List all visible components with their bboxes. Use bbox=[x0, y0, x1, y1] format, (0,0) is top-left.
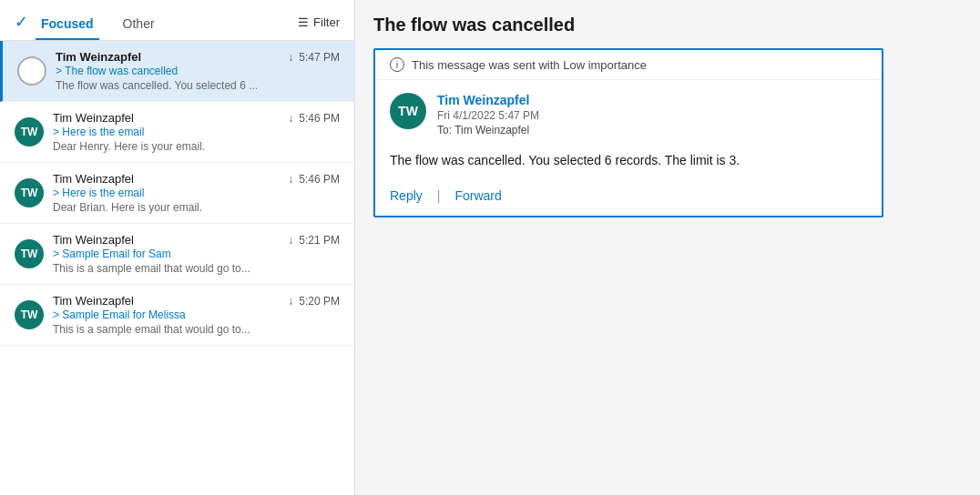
sender-name-4: Tim Weinzapfel bbox=[53, 233, 134, 247]
email-list-panel: ✓ Focused Other ☰ Filter Tim Weinzapfel … bbox=[0, 0, 355, 495]
email-item-3[interactable]: TW Tim Weinzapfel ↓ 5:46 PM > Here is th… bbox=[0, 163, 354, 224]
email-preview-3: Dear Brian. Here is your email. bbox=[53, 201, 340, 214]
importance-bar: i This message was sent with Low importa… bbox=[375, 50, 882, 80]
email-time-2: 5:46 PM bbox=[299, 112, 340, 125]
email-subject-3: > Here is the email bbox=[53, 187, 340, 199]
avatar-4: TW bbox=[15, 239, 44, 268]
info-icon: i bbox=[390, 57, 404, 72]
avatar-2: TW bbox=[15, 117, 44, 146]
email-preview-4: This is a sample email that would go to.… bbox=[53, 262, 340, 275]
sender-name-5: Tim Weinzapfel bbox=[53, 294, 134, 308]
email-radio-1[interactable] bbox=[17, 56, 46, 86]
download-icon-5: ↓ bbox=[288, 295, 293, 308]
avatar-3: TW bbox=[15, 178, 44, 207]
sender-avatar: TW bbox=[390, 93, 426, 129]
sender-row: TW Tim Weinzapfel Fri 4/1/2022 5:47 PM T… bbox=[390, 93, 867, 136]
email-subject-2: > Here is the email bbox=[53, 126, 340, 138]
download-icon-2: ↓ bbox=[288, 112, 293, 125]
download-icon-4: ↓ bbox=[288, 234, 293, 247]
email-actions: Reply | Forward bbox=[390, 188, 867, 203]
email-item-2[interactable]: TW Tim Weinzapfel ↓ 5:46 PM > Here is th… bbox=[0, 102, 354, 163]
sender-name-1: Tim Weinzapfel bbox=[56, 50, 141, 64]
email-meta-3: Tim Weinzapfel ↓ 5:46 PM > Here is the e… bbox=[53, 172, 340, 214]
tab-other[interactable]: Other bbox=[117, 9, 160, 40]
forward-button[interactable]: Forward bbox=[454, 188, 501, 203]
download-icon-1: ↓ bbox=[288, 51, 293, 64]
email-item-5[interactable]: TW Tim Weinzapfel ↓ 5:20 PM > Sample Ema… bbox=[0, 285, 354, 346]
filter-button[interactable]: ☰ Filter bbox=[298, 15, 340, 35]
email-time-5: 5:20 PM bbox=[299, 295, 340, 308]
sender-details: Tim Weinzapfel Fri 4/1/2022 5:47 PM To: … bbox=[437, 93, 867, 136]
email-list: Tim Weinzapfel ↓ 5:47 PM > The flow was … bbox=[0, 41, 354, 495]
importance-text: This message was sent with Low importanc… bbox=[412, 58, 647, 72]
download-icon-3: ↓ bbox=[288, 173, 293, 186]
email-detail-card: i This message was sent with Low importa… bbox=[373, 48, 883, 217]
check-icon: ✓ bbox=[15, 12, 28, 32]
email-subject-1: > The flow was cancelled bbox=[56, 65, 340, 77]
email-subject-4: > Sample Email for Sam bbox=[53, 248, 340, 260]
email-time-3: 5:46 PM bbox=[299, 173, 340, 186]
filter-icon: ☰ bbox=[298, 15, 309, 29]
sender-date: Fri 4/1/2022 5:47 PM bbox=[437, 109, 867, 122]
sender-name-detail: Tim Weinzapfel bbox=[437, 93, 867, 107]
tab-focused[interactable]: Focused bbox=[36, 9, 99, 40]
email-item-1[interactable]: Tim Weinzapfel ↓ 5:47 PM > The flow was … bbox=[0, 41, 354, 102]
email-meta-4: Tim Weinzapfel ↓ 5:21 PM > Sample Email … bbox=[53, 233, 340, 275]
email-subject-5: > Sample Email for Melissa bbox=[53, 308, 340, 321]
sender-name-3: Tim Weinzapfel bbox=[53, 172, 134, 186]
email-preview-2: Dear Henry. Here is your email. bbox=[53, 140, 340, 153]
email-time-4: 5:21 PM bbox=[299, 234, 340, 247]
tabs-bar: ✓ Focused Other ☰ Filter bbox=[0, 0, 354, 41]
sender-to: To: Tim Weinzapfel bbox=[437, 124, 867, 136]
email-detail-title: The flow was cancelled bbox=[373, 15, 962, 35]
email-item-4[interactable]: TW Tim Weinzapfel ↓ 5:21 PM > Sample Ema… bbox=[0, 224, 354, 285]
action-divider: | bbox=[437, 188, 441, 203]
reply-button[interactable]: Reply bbox=[390, 188, 423, 203]
avatar-5: TW bbox=[15, 300, 44, 329]
email-content-text: The flow was cancelled. You selected 6 r… bbox=[390, 151, 867, 170]
email-preview-5: This is a sample email that would go to.… bbox=[53, 323, 340, 336]
email-meta-1: Tim Weinzapfel ↓ 5:47 PM > The flow was … bbox=[56, 50, 340, 92]
email-body: TW Tim Weinzapfel Fri 4/1/2022 5:47 PM T… bbox=[375, 80, 882, 216]
email-detail-panel: The flow was cancelled i This message wa… bbox=[355, 0, 980, 495]
sender-name-2: Tim Weinzapfel bbox=[53, 111, 134, 125]
email-meta-5: Tim Weinzapfel ↓ 5:20 PM > Sample Email … bbox=[53, 294, 340, 336]
email-preview-1: The flow was cancelled. You selected 6 .… bbox=[56, 79, 340, 92]
email-time-1: 5:47 PM bbox=[299, 51, 340, 64]
email-meta-2: Tim Weinzapfel ↓ 5:46 PM > Here is the e… bbox=[53, 111, 340, 153]
